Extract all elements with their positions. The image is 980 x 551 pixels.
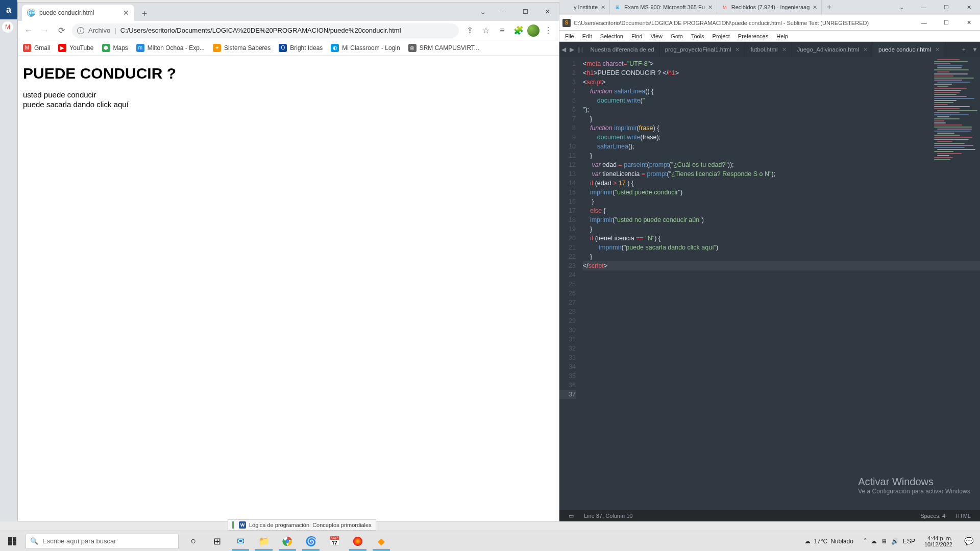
maximize-button[interactable]: ☐	[514, 4, 536, 19]
language-indicator[interactable]: ESP	[903, 538, 915, 545]
share-icon[interactable]: ⇪	[462, 23, 477, 38]
menu-item-edit[interactable]: Edit	[579, 33, 596, 39]
bookmark-favicon-icon: ▶	[58, 44, 66, 52]
tab-menu-dropdown-icon[interactable]: ▼	[970, 42, 980, 57]
close-tab-icon[interactable]: ✕	[813, 4, 817, 11]
start-button[interactable]	[0, 531, 24, 552]
close-tab-icon[interactable]: ✕	[863, 46, 868, 53]
url-separator: |	[114, 27, 116, 34]
bookmark-item[interactable]: MGmail	[23, 44, 50, 52]
profile-avatar[interactable]	[527, 24, 540, 37]
menu-item-selection[interactable]: Selection	[597, 33, 627, 39]
reload-button[interactable]: ⟳	[54, 23, 69, 38]
status-indent[interactable]: Spaces: 4	[915, 513, 950, 519]
notifications-icon[interactable]: 💬	[960, 537, 978, 546]
sublime-window-controls: — ☐ ✕	[913, 15, 980, 31]
display-icon[interactable]: 🖥	[881, 538, 887, 545]
calendar-app-icon[interactable]: 📅	[323, 531, 346, 552]
menu-item-help[interactable]: Help	[773, 33, 792, 39]
extensions-icon[interactable]: 🧩	[511, 23, 526, 38]
bookmark-item[interactable]: ⬢Maps	[102, 44, 128, 52]
close-window-button[interactable]: ✕	[958, 0, 980, 14]
edge-app-icon[interactable]: 🌀	[299, 531, 323, 552]
file-tab-label: puede conducir.html	[878, 46, 931, 53]
close-tab-icon[interactable]: ✕	[123, 9, 129, 17]
close-tab-icon[interactable]: ✕	[708, 4, 713, 11]
tab-scroll-left-icon[interactable]: ◀	[559, 42, 568, 57]
cortana-icon[interactable]: ○	[182, 531, 205, 552]
file-tab[interactable]: Juego_Adivinacion.html✕	[792, 42, 873, 57]
tabs-dropdown-icon[interactable]: ⌄	[890, 0, 913, 14]
new-tab-button[interactable]: +	[137, 7, 152, 21]
file-tab[interactable]: Nuestra diferencia de ed	[585, 42, 659, 57]
volume-icon[interactable]: 🔊	[891, 538, 899, 545]
watermark-subtitle: Ve a Configuración para activar Windows.	[858, 488, 972, 495]
menu-item-project[interactable]: Project	[709, 33, 733, 39]
bookmark-item[interactable]: mMilton Ochoa - Exp...	[136, 44, 205, 52]
taskbar-preview-tooltip[interactable]: W Lógica de programación: Conceptos prim…	[228, 519, 376, 531]
star-icon[interactable]: ☆	[478, 23, 494, 38]
minimize-button[interactable]: —	[492, 4, 514, 19]
tabs-dropdown-icon[interactable]: ⌄	[474, 4, 492, 19]
bookmark-item[interactable]: OBright Ideas	[279, 44, 323, 52]
weather-widget[interactable]: ☁ 17°C Nublado	[800, 538, 857, 545]
bookmark-item[interactable]: ◐Mi Classroom - Login	[331, 44, 400, 52]
menu-item-find[interactable]: Find	[628, 33, 646, 39]
sublime-app-icon[interactable]: ◆	[370, 531, 393, 552]
bookmark-favicon-icon: ◐	[331, 44, 339, 52]
bookmark-item[interactable]: ◎SRM CAMPUSVIRT...	[408, 44, 479, 52]
task-view-icon[interactable]: ⊞	[205, 531, 229, 552]
close-tab-icon[interactable]: ✕	[601, 4, 605, 11]
sublime-window: S C:\Users\escritorio\Documents\LOGICA D…	[559, 15, 980, 521]
taskbar-search[interactable]: 🔍 Escribe aquí para buscar	[26, 534, 179, 549]
sublime-statusbar: ▭ Line 37, Column 10 Spaces: 4 HTML	[559, 510, 980, 521]
forward-button[interactable]: →	[37, 23, 53, 38]
code-line: function imprimir(frase) {	[583, 123, 980, 133]
close-tab-icon[interactable]: ✕	[782, 46, 787, 53]
file-tab[interactable]: prog_proyectoFinal1.html✕	[660, 42, 746, 57]
bookmark-item[interactable]: ✦Sistema Saberes	[213, 44, 271, 52]
close-tab-icon[interactable]: ✕	[735, 46, 740, 53]
chrome-app-icon[interactable]	[276, 531, 299, 552]
close-tab-icon[interactable]: ✕	[935, 46, 940, 53]
minimize-button[interactable]: —	[913, 15, 935, 31]
minimize-button[interactable]: —	[913, 0, 935, 14]
close-window-button[interactable]: ✕	[958, 15, 980, 31]
reading-list-icon[interactable]: ≡	[495, 23, 510, 38]
menu-item-file[interactable]: File	[561, 33, 578, 39]
address-bar[interactable]: i Archivo | C:/Users/escritorio/Document…	[72, 23, 459, 38]
file-tab[interactable]: puede conducir.html✕	[873, 42, 945, 57]
chevron-up-icon[interactable]: ˄	[864, 538, 867, 545]
menu-item-preferences[interactable]: Preferences	[734, 33, 772, 39]
tray-icons: ˄ ☁ 🖥 🔊 ESP	[862, 538, 917, 545]
background-tab[interactable]: MRecibidos (7.924) - ingenieraag✕	[717, 0, 822, 14]
background-tab[interactable]: y Institute✕	[559, 0, 610, 14]
taskbar-clock[interactable]: 4:44 p. m. 10/12/2022	[921, 535, 955, 547]
selection-mode-icon[interactable]: ▭	[564, 513, 579, 519]
menu-item-view[interactable]: View	[647, 33, 666, 39]
bookmark-favicon-icon: ⬢	[102, 44, 110, 52]
new-tab-button[interactable]: +	[822, 3, 836, 12]
file-tab[interactable]: futbol.html✕	[745, 42, 792, 57]
menu-item-tools[interactable]: Tools	[688, 33, 708, 39]
menu-item-goto[interactable]: Goto	[667, 33, 687, 39]
tab-scroll-right-icon[interactable]: ▶	[568, 42, 576, 57]
new-file-tab-button[interactable]: +	[958, 42, 970, 57]
close-window-button[interactable]: ✕	[536, 4, 559, 19]
site-info-icon[interactable]: i	[77, 27, 84, 34]
mail-app-icon[interactable]: ✉	[229, 531, 252, 552]
bookmark-item[interactable]: ▶YouTube	[58, 44, 93, 52]
background-tab[interactable]: ⊞Exam MS-900: Microsoft 365 Fu✕	[610, 0, 717, 14]
code-editor[interactable]: <meta charset="UTF-8"><h1>PUEDE CONDUCIR…	[580, 57, 980, 510]
onedrive-icon[interactable]: ☁	[871, 538, 877, 545]
status-language[interactable]: HTML	[950, 513, 976, 519]
menu-icon[interactable]: ⋮	[541, 23, 556, 38]
maximize-button[interactable]: ☐	[935, 0, 958, 14]
maximize-button[interactable]: ☐	[935, 15, 958, 31]
minimap[interactable]	[933, 59, 979, 171]
copilot-app-icon[interactable]	[346, 531, 370, 552]
background-window-controls: ⌄—☐✕	[890, 0, 980, 14]
file-explorer-icon[interactable]: 📁	[252, 531, 276, 552]
chrome-tab-active[interactable]: 🌐 puede conducir.html ✕	[22, 5, 134, 21]
back-button[interactable]: ←	[21, 23, 36, 38]
